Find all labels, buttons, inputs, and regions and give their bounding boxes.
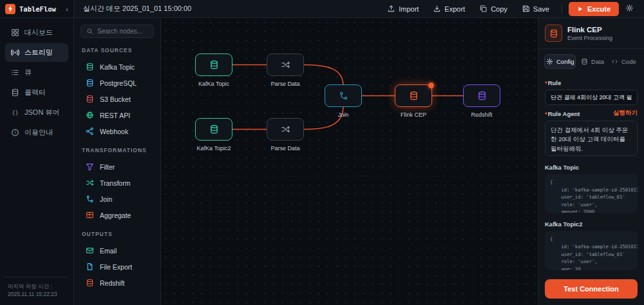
database-icon — [549, 29, 558, 38]
selected-indicator-dot — [428, 83, 434, 88]
play-icon — [577, 6, 583, 12]
palette-item-label: PostgreSQL — [100, 79, 137, 87]
save-label: Save — [533, 5, 549, 13]
sidebar-item-guide[interactable]: ? 이용안내 — [5, 123, 68, 142]
node-label: Parse Data — [270, 145, 299, 152]
export-button[interactable]: Export — [427, 2, 471, 15]
node-flink-cep[interactable]: Flink CEP — [395, 84, 432, 107]
run-agent-link[interactable]: 실행하기 — [613, 109, 638, 117]
palette-item-filter[interactable]: Filter — [80, 159, 154, 175]
execute-button[interactable]: Excute — [569, 2, 619, 16]
node-kafka-topic2[interactable]: KafKa Topic2 — [195, 118, 232, 141]
palette-item-transform[interactable]: Transform — [80, 175, 154, 191]
sidebar-item-label: 큐 — [24, 68, 32, 77]
tab-code[interactable]: Code — [609, 54, 638, 69]
sidebar-item-label: 스트리밍 — [24, 48, 53, 57]
edge-parse1-join — [304, 65, 343, 86]
node-label: Flink CEP — [401, 112, 426, 118]
node-redshift[interactable]: Redshift — [463, 84, 500, 107]
palette-item-postgresql[interactable]: PostgreSQL — [80, 75, 154, 91]
rule-agent-textarea[interactable]: 단건 결제에서 4회 이상 주문한 20대 이상 고객 데이터를 필터링해줘. — [545, 121, 638, 156]
last-saved-label: 마지막 저장 시간 : — [8, 282, 66, 291]
palette-item-email[interactable]: Email — [80, 242, 154, 259]
palette-section-title: TRANSFORMATIONS — [82, 147, 153, 153]
kafka-topic-label: Kafka Topic — [545, 164, 638, 171]
webhook-icon — [86, 127, 94, 135]
palette-item-join[interactable]: Join — [80, 191, 154, 207]
gear-icon — [625, 4, 634, 12]
svg-text:{}: {} — [12, 110, 19, 116]
tab-config[interactable]: Config — [544, 54, 576, 69]
database-icon — [86, 79, 94, 87]
database-icon — [409, 91, 419, 101]
test-connection-button[interactable]: Test Connection — [545, 279, 638, 299]
database-icon — [209, 124, 219, 134]
node-search[interactable] — [80, 25, 154, 38]
sidebar-item-streaming[interactable]: 스트리밍 — [5, 43, 68, 62]
inspector-title: Flink CEP — [567, 26, 612, 34]
copy-button[interactable]: Copy — [473, 2, 513, 15]
inspector-header: Flink CEP Event Processing — [538, 18, 644, 49]
database-icon — [209, 60, 219, 70]
database-icon — [86, 279, 94, 287]
palette-item-label: S3 Bucket — [100, 95, 131, 103]
sidebar-collapse-button[interactable]: ‹ — [66, 5, 68, 13]
help-icon: ? — [11, 128, 19, 137]
node-parse-data-1[interactable]: Parse Data — [267, 54, 304, 76]
node-kafka-topic[interactable]: KafKa Topic — [195, 54, 232, 76]
palette-item-label: Join — [100, 195, 112, 203]
node-parse-data-2[interactable]: Parse Data — [267, 118, 304, 141]
tab-data[interactable]: Data — [578, 54, 607, 69]
palette-item-label: Redshift — [100, 279, 125, 287]
palette-item-aggregate[interactable]: Aggregate — [80, 207, 154, 223]
save-button[interactable]: Save — [516, 2, 555, 15]
shuffle-icon — [86, 179, 94, 187]
sidebar-item-label: 대시보드 — [24, 28, 53, 37]
palette-item-rest-api[interactable]: REST API — [80, 107, 154, 123]
palette-item-label: File Export — [100, 263, 132, 271]
export-label: Export — [444, 5, 465, 13]
inspector-body: *Rule *Rule Agent 실행하기 단건 결제에서 4회 이상 주문한… — [538, 73, 644, 305]
export-icon — [433, 5, 441, 13]
shuffle-icon — [281, 60, 290, 70]
rule-label: *Rule — [545, 79, 638, 86]
sidebar: 대시보드 스트리밍 큐 콜렉터 {} JSON 뷰어 ? 이용안내 마지막 저장… — [0, 18, 74, 305]
database-icon — [86, 95, 94, 103]
palette-item-file-export[interactable]: File Export — [80, 259, 154, 275]
node-label: Join — [338, 112, 349, 118]
save-icon — [522, 5, 530, 13]
top-bar: TableFlow ‹ 실시간 데모 2025_01_01 15:00:00 I… — [0, 0, 644, 18]
node-label: KafKa Topic2 — [197, 145, 231, 152]
tab-label: Config — [556, 58, 574, 65]
sidebar-item-queue[interactable]: 큐 — [5, 63, 68, 82]
palette-item-webhook[interactable]: Webhook — [80, 123, 154, 139]
table-icon — [86, 211, 94, 219]
palette-item-redshift[interactable]: Redshift — [80, 275, 154, 291]
rule-input[interactable] — [545, 90, 638, 105]
merge-icon — [86, 195, 94, 203]
palette-section-title: DATA SOURCES — [82, 47, 153, 54]
palette-section-title: OUTPUTS — [82, 231, 153, 237]
sidebar-item-json-viewer[interactable]: {} JSON 뷰어 — [5, 103, 68, 122]
database-icon — [477, 91, 487, 101]
palette-item-kafka-topic[interactable]: Kafka Topic — [80, 59, 154, 75]
sidebar-item-label: JSON 뷰어 — [24, 108, 59, 117]
kafka-topic2-label: Kafka Topic2 — [545, 221, 638, 228]
brand: TableFlow ‹ — [0, 0, 74, 17]
palette-item-s3-bucket[interactable]: S3 Bucket — [80, 91, 154, 107]
settings-button[interactable] — [621, 1, 638, 17]
required-asterisk: * — [545, 79, 547, 86]
node-type-tile — [545, 25, 562, 42]
database-icon — [86, 63, 94, 71]
globe-icon — [86, 111, 94, 119]
file-icon — [86, 262, 94, 271]
app-logo — [5, 4, 15, 14]
app-name: TableFlow — [19, 5, 62, 13]
header-divider — [562, 4, 562, 14]
sidebar-item-dashboard[interactable]: 대시보드 — [5, 23, 68, 42]
sidebar-item-collector[interactable]: 콜렉터 — [5, 83, 68, 102]
import-button[interactable]: Import — [381, 2, 424, 15]
flow-canvas[interactable]: KafKa Topic Parse Data KafKa Topic2 Pars… — [161, 18, 538, 305]
search-input[interactable] — [97, 28, 148, 35]
node-join[interactable]: Join — [325, 84, 362, 107]
